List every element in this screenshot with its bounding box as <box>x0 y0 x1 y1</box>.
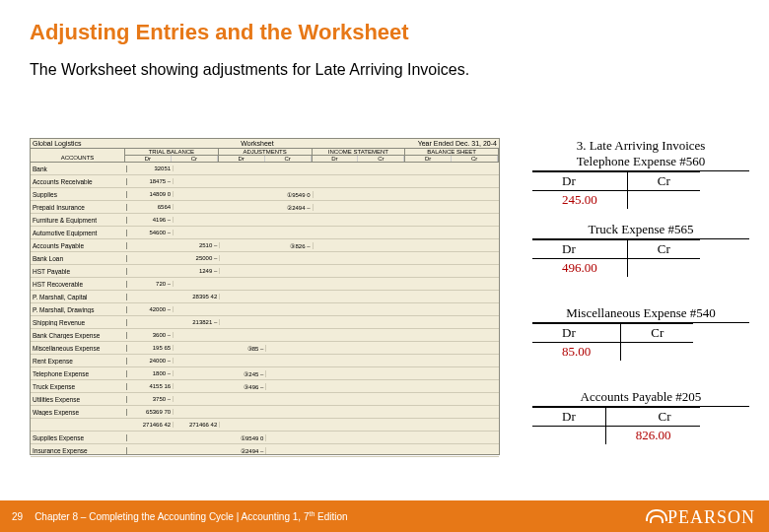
ws-sec-tb: TRIAL BALANCE <box>149 149 194 155</box>
table-row: Supplies Expense①9549 0 <box>31 432 499 444</box>
cr-val <box>627 259 700 278</box>
table-row: Bank Loan25000 – <box>31 252 499 265</box>
cr-head: Cr <box>627 240 700 259</box>
table-row: Truck Expense4155 16③496 – <box>31 380 499 393</box>
cr-head: Cr <box>621 324 694 343</box>
table-row: Wages Expense65369 70 <box>31 406 499 419</box>
table-row: Automotive Equipment54600 – <box>31 227 499 239</box>
dr: Dr <box>125 156 172 162</box>
dr-head: Dr <box>532 240 627 259</box>
ledger-truck: Truck Expense #565 DrCr 496.00 <box>532 222 749 277</box>
table-row: Miscellaneous Expense195 65③85 – <box>31 342 499 355</box>
dr: Dr <box>219 156 265 162</box>
dr: Dr <box>405 156 452 162</box>
table-row: Supplies14809 0①9549 0 <box>31 188 499 201</box>
ledger-misc: Miscellaneous Expense #540 DrCr 85.00 <box>532 305 749 361</box>
ws-sec-bs: BALANCE SHEET <box>427 149 476 155</box>
cr: Cr <box>265 156 312 162</box>
table-row: Accounts Receivable18475 – <box>31 175 499 188</box>
table-row: P. Marshall, Capital28395 42 <box>31 291 499 303</box>
pearson-logo: PEARSON <box>646 507 755 528</box>
cr-val: 826.00 <box>605 427 700 445</box>
table-row: 271466 42271466 42 <box>31 419 499 432</box>
cr: Cr <box>358 156 404 162</box>
table-row: P. Marshall, Drawings42000 – <box>31 303 499 316</box>
ledger-title: Accounts Payable #205 <box>532 389 749 407</box>
footer: 29 Chapter 8 – Completing the Accounting… <box>0 500 769 532</box>
ws-rows: Bank32051Accounts Receivable18475 –Suppl… <box>31 163 499 457</box>
ledger-ap: Accounts Payable #205 DrCr 826.00 <box>532 389 749 444</box>
cr: Cr <box>172 156 218 162</box>
ws-sec-adj: ADJUSTMENTS <box>243 149 286 155</box>
cr: Cr <box>452 156 498 162</box>
page-number: 29 <box>12 511 23 522</box>
ws-company: Global Logistics <box>31 139 128 148</box>
subtitle: The Worksheet showing adjustments for La… <box>30 61 469 79</box>
table-row: Utilities Expense3750 – <box>31 393 499 406</box>
dr-val: 496.00 <box>532 259 627 278</box>
dr-val <box>532 427 605 445</box>
ws-sec-is: INCOME STATEMENT <box>328 149 388 155</box>
dr-head: Dr <box>532 324 621 343</box>
table-row: Telephone Expense1800 –③245 – <box>31 367 499 380</box>
ledger-title: Telephone Expense #560 <box>532 154 749 171</box>
ws-accounts-head: ACCOUNTS <box>31 149 125 162</box>
ledger-title: Truck Expense #565 <box>532 222 749 239</box>
cr-head: Cr <box>605 408 700 427</box>
worksheet-image: Global Logistics Worksheet Year Ended De… <box>30 138 500 455</box>
dr-head: Dr <box>532 408 605 427</box>
table-row: HST Payable1249 – <box>31 265 499 278</box>
dr-val: 245.00 <box>532 191 627 210</box>
table-row: Furniture & Equipment4196 – <box>31 214 499 227</box>
table-row: Accounts Payable2510 –③826 – <box>31 239 499 252</box>
table-row: Rent Expense24000 – <box>31 355 499 367</box>
table-row: Prepaid Insurance6564②2494 – <box>31 201 499 214</box>
dr: Dr <box>313 156 359 162</box>
ws-label: Worksheet <box>128 139 386 148</box>
cr-val <box>627 191 700 210</box>
table-row: Insurance Expense②2494 – <box>31 444 499 457</box>
cr-val <box>621 343 694 362</box>
table-row: Bank32051 <box>31 163 499 175</box>
ledger-title: Miscellaneous Expense #540 <box>532 305 749 323</box>
cr-head: Cr <box>627 172 700 191</box>
page-title: Adjusting Entries and the Worksheet <box>30 20 409 45</box>
ledger-telephone: 3. Late Arriving Invoices Telephone Expe… <box>532 138 749 209</box>
dr-val: 85.00 <box>532 343 621 362</box>
slide: Adjusting Entries and the Worksheet The … <box>0 0 769 532</box>
dr-head: Dr <box>532 172 627 191</box>
table-row: HST Recoverable720 – <box>31 278 499 291</box>
ws-period: Year Ended Dec. 31, 20-4 <box>386 139 499 148</box>
footer-text: Chapter 8 – Completing the Accounting Cy… <box>35 510 348 522</box>
table-row: Shipping Revenue213821 – <box>31 316 499 329</box>
table-row: Bank Charges Expense3600 – <box>31 329 499 342</box>
ledger-section-title: 3. Late Arriving Invoices <box>532 138 749 154</box>
pearson-icon <box>646 509 664 527</box>
